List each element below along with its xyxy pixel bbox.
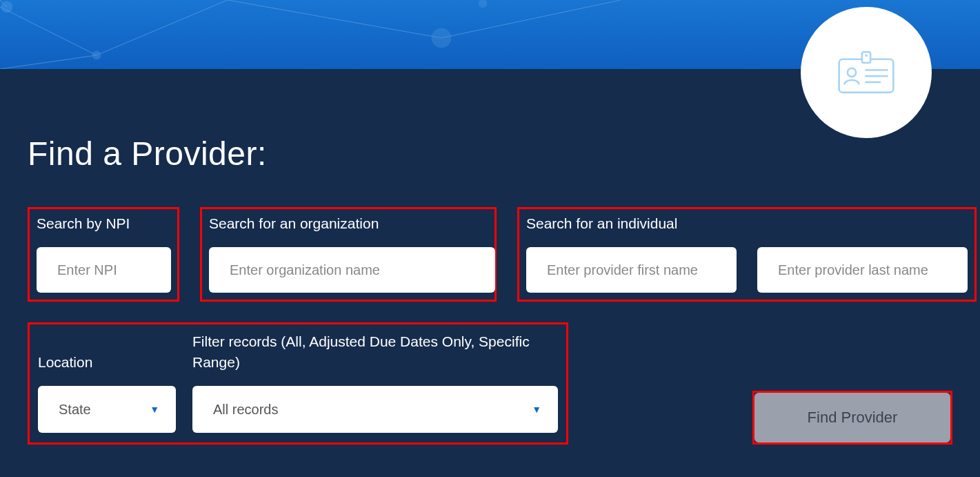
svg-line-2 [228, 0, 441, 38]
organization-label: Search for an organization [209, 213, 488, 233]
svg-line-0 [0, 7, 97, 55]
npi-label: Search by NPI [37, 213, 170, 233]
individual-group: Search for an individual [517, 207, 977, 302]
organization-group: Search for an organization [200, 207, 497, 302]
state-select-value: State [59, 402, 91, 418]
svg-point-7 [92, 51, 101, 59]
state-select[interactable]: State ▼ [38, 386, 176, 433]
svg-line-4 [0, 55, 97, 69]
npi-input[interactable] [37, 247, 171, 293]
location-label: Location [38, 352, 176, 372]
svg-point-9 [479, 0, 487, 8]
svg-point-6 [1, 1, 12, 12]
svg-point-8 [432, 28, 451, 48]
search-row-1: Search by NPI Search for an organization… [28, 207, 952, 302]
filter-group: Filter records (All, Adjusted Due Dates … [192, 331, 558, 433]
id-card-icon [835, 48, 897, 97]
id-badge-circle [801, 7, 932, 138]
svg-line-1 [97, 0, 228, 55]
individual-label: Search for an individual [526, 213, 968, 233]
search-row-2: Location State ▼ Filter records (All, Ad… [28, 322, 952, 445]
filter-select[interactable]: All records ▼ [192, 386, 558, 433]
filter-label: Filter records (All, Adjusted Due Dates … [192, 331, 544, 372]
svg-rect-11 [862, 52, 870, 63]
location-group: Location State ▼ [38, 352, 176, 433]
npi-group: Search by NPI [28, 207, 179, 302]
location-filter-group: Location State ▼ Filter records (All, Ad… [28, 322, 568, 445]
first-name-input[interactable] [526, 247, 737, 293]
find-provider-button[interactable]: Find Provider [754, 393, 950, 442]
search-panel: Find a Provider: Search by NPI Search fo… [0, 69, 980, 477]
chevron-down-icon: ▼ [150, 404, 159, 415]
svg-point-12 [865, 55, 868, 57]
svg-line-3 [441, 0, 621, 38]
find-button-highlight: Find Provider [752, 391, 952, 445]
filter-select-value: All records [213, 402, 278, 418]
chevron-down-icon: ▼ [532, 404, 541, 415]
svg-point-13 [848, 68, 856, 77]
organization-input[interactable] [209, 247, 495, 293]
last-name-input[interactable] [757, 247, 968, 293]
